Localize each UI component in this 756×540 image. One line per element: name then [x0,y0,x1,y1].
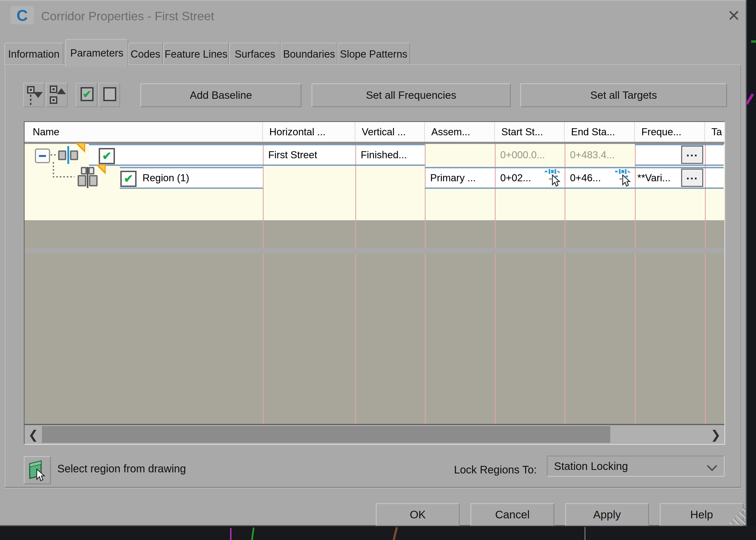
select-region-label: Select region from drawing [57,463,186,475]
triangle-down-icon [34,92,43,98]
screenshot-stage: C Corridor Properties - First Street ✕ I… [0,0,756,540]
column-line [263,144,264,248]
titlebar-highlight [0,0,746,1]
pick-end-station-icon[interactable] [614,168,632,188]
column-header-target[interactable]: Ta [705,122,724,142]
cell-border [635,144,723,145]
cell-region-name[interactable]: Region (1) [143,167,189,189]
cell-border [120,167,263,168]
header-underline [25,142,724,144]
tab-slope-patterns[interactable]: Slope Patterns [337,43,410,66]
column-header-assembly[interactable]: Assem... [425,122,495,142]
h-scrollbar-thumb[interactable] [42,426,610,443]
cell-region-end-station[interactable]: 0+46... [570,167,601,189]
tab-information[interactable]: Information [4,43,63,66]
grid-lower-pane [25,253,724,424]
select-region-from-drawing-button[interactable] [24,456,51,484]
cell-region-frequency[interactable]: **Vari... [637,167,671,189]
cell-baseline-vertical[interactable]: Finished... [361,144,407,166]
column-line [425,144,426,248]
column-line [635,253,636,424]
tab-page-border-right [740,65,741,487]
footer-divider-light [5,488,741,488]
tab-feature-lines[interactable]: Feature Lines [163,43,229,66]
cad-background-right [747,0,756,540]
lock-regions-label: Lock Regions To: [400,464,537,476]
expand-dash-icon [30,95,31,105]
cell-region-assembly[interactable]: Primary ... [430,167,476,189]
corridor-properties-dialog: C Corridor Properties - First Street ✕ I… [0,0,747,526]
cell-baseline-start-station: 0+000.0... [500,144,545,166]
lock-regions-dropdown[interactable]: Station Locking [547,456,725,477]
grid-lower-fill-upper [25,220,724,248]
collapse-node-icon-bottom [50,96,57,104]
column-line [495,253,495,424]
collapse-tree-button[interactable] [46,83,67,107]
scroll-left-arrow[interactable]: ❮ [25,425,42,444]
apply-button[interactable]: Apply [565,503,649,526]
tree-collapse-toggle[interactable] [35,149,50,163]
column-header-frequency[interactable]: Freque... [635,122,705,142]
column-line [565,144,565,248]
column-line [705,253,706,424]
chevron-down-icon [707,461,717,471]
tab-surfaces[interactable]: Surfaces [229,43,281,66]
cad-line-brown [392,527,398,540]
column-line [495,144,495,248]
cell-region-start-station[interactable]: 0+02... [500,167,531,189]
scroll-right-arrow[interactable]: ❯ [707,425,724,444]
region-row-namebox [120,167,263,189]
modified-flag-icon [75,143,85,153]
cell-baseline-horizontal[interactable]: First Street [268,144,317,166]
set-all-frequencies-button[interactable]: Set all Frequencies [311,83,511,107]
checked-box-icon: ✔ [80,87,94,101]
cell-border [120,188,263,189]
collapse-node-icon-top [50,85,57,93]
baseline-frequency-ellipsis-button[interactable]: ... [681,146,703,164]
cancel-button[interactable]: Cancel [471,503,554,526]
close-icon[interactable]: ✕ [721,5,746,27]
tab-boundaries[interactable]: Boundaries [281,43,337,66]
select-region-icon [26,458,49,482]
cell-baseline-end-station: 0+483.4... [570,144,615,166]
ok-button[interactable]: OK [376,503,460,526]
column-line [355,144,356,248]
tab-parameters[interactable]: Parameters [65,39,128,67]
expand-tree-button[interactable] [23,83,44,107]
baselines-grid: Name Horizontal ... Vertical ... Assem..… [24,121,725,445]
region-frequency-ellipsis-button[interactable]: ... [681,169,703,187]
triangle-up-icon [57,88,66,94]
column-line [355,253,356,424]
tree-connector [53,162,54,177]
column-line [565,253,565,424]
pick-start-station-icon[interactable] [544,168,562,188]
column-header-vertical[interactable]: Vertical ... [355,122,425,142]
column-header-start-station[interactable]: Start St... [495,122,565,142]
tab-page-border-left [5,65,5,487]
column-header-horizontal[interactable]: Horizontal ... [263,122,355,142]
region-checkbox[interactable]: ✔ [120,171,137,187]
tree-connector [51,154,57,156]
column-header-name[interactable]: Name [25,122,263,142]
tab-codes[interactable]: Codes [128,43,163,66]
column-header-end-station[interactable]: End Sta... [565,122,635,142]
cad-line-green [751,40,756,43]
column-line [263,253,264,424]
check-all-button[interactable]: ✔ [76,83,97,107]
unchecked-box-icon [103,87,116,101]
civil3d-app-icon: C [10,6,34,24]
uncheck-all-button[interactable] [98,83,120,107]
lock-regions-value: Station Locking [554,460,628,472]
column-line [705,144,706,248]
add-baseline-button[interactable]: Add Baseline [140,83,301,107]
cad-line-green-2 [251,528,255,540]
baseline-row-frequency-box [635,144,723,166]
column-line [425,253,426,424]
set-all-targets-button[interactable]: Set all Targets [520,83,727,107]
baseline-checkbox[interactable]: ✔ [99,148,115,164]
grid-splitter-bar[interactable] [25,248,724,253]
tree-connector [53,176,74,178]
column-line [635,144,636,248]
dialog-title: Corridor Properties - First Street [41,9,214,23]
cad-background-bottom [0,526,756,540]
